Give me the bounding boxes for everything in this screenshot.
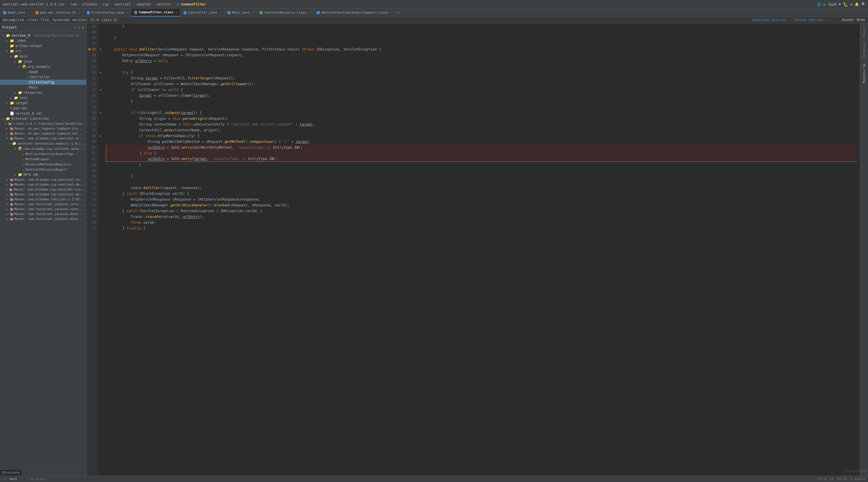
choose-sources-link[interactable]: Choose Sources... — [794, 18, 830, 22]
tab-label-sentinelresource: SentinelResource.class — [264, 11, 306, 14]
tree-item-anno-pkg[interactable]: ▼ 📦 com.alibaba.csp.sentinel.anno... — [0, 146, 86, 151]
code-content[interactable]: 44 45 46 47 48 49 50 51 52 53 54 55 56 5… — [87, 23, 860, 476]
tree-item-fastjson[interactable]: ▶ 📚 Maven: com.alibaba.fastjson:1.2.83..… — [0, 197, 86, 202]
folder-icon: 📁 — [18, 60, 22, 64]
bc-csp[interactable]: csp — [102, 2, 109, 6]
tree-item-abstractsentinel[interactable]: ☕ AbstractSentinelAspectSup... — [0, 151, 86, 156]
right-tab-database[interactable]: Database — [861, 40, 867, 60]
tab-close-pom[interactable]: ✕ — [79, 11, 80, 14]
tab-filterconfig[interactable]: FilterConfig.java ✕ — [84, 9, 131, 17]
debug-icon[interactable]: 🐛 — [843, 2, 848, 7]
tab-close-controller[interactable]: ✕ — [219, 11, 221, 14]
tree-item-main-class[interactable]: ☕ Main — [0, 85, 86, 90]
tree-item-arthas[interactable]: 📁 arthas-output — [0, 43, 86, 49]
status-line-ending[interactable]: LF — [830, 477, 834, 481]
tree-item-logback-cla[interactable]: ▶ 📚 Maven: ch.qos.logback:logback-cla... — [0, 126, 86, 131]
tree-item-pomxml[interactable]: m pom.xml — [0, 106, 86, 111]
status-spaces[interactable]: 4 spaces — [850, 477, 866, 481]
tree-item-sentinel-da[interactable]: ▶ 📚 Maven: com.alibaba.csp:sentinel-da..… — [0, 182, 86, 187]
status-line-col[interactable]: 65:44 — [837, 477, 847, 481]
git-branch-label[interactable]: main — [9, 477, 17, 481]
download-sources-link[interactable]: Download Sources — [752, 18, 786, 22]
tree-label: version_8 — [11, 33, 30, 37]
bc-alibaba[interactable]: alibaba — [82, 2, 97, 6]
fold-icon-46[interactable]: ─ — [100, 36, 101, 39]
tab-pom[interactable]: pom.xml (version_8) ✕ — [32, 9, 84, 17]
structure-tab[interactable]: Structure — [0, 470, 22, 476]
tab-close-filterconfig[interactable]: ✕ — [126, 11, 128, 14]
app8-label[interactable]: App8 ▼ — [828, 2, 841, 6]
tree-item-methodwrapper[interactable]: ☕ MethodWrapper — [0, 156, 86, 162]
sidebar-icon-locate[interactable]: ⊙ — [73, 25, 76, 30]
tree-item-main[interactable]: ▼ 📁 main — [0, 54, 86, 59]
tab-abstractsentinel[interactable]: AbstractSentinelAspectSupport.class ✕ — [314, 9, 396, 17]
fold-icon-55[interactable]: ▼ — [100, 88, 101, 92]
reader-mode-btn[interactable]: Reader Mode — [842, 18, 865, 22]
bc-servlet[interactable]: servlet — [156, 2, 171, 6]
tree-item-metainf[interactable]: ▶ 📁 META-INF — [0, 172, 86, 177]
bc-adapter[interactable]: adapter — [136, 2, 151, 6]
fold-icon-57[interactable]: ─ — [100, 100, 101, 103]
code-line-64: String pathWithHttpMethod = sRequest.get… — [106, 139, 857, 144]
tree-item-resourcemetadata[interactable]: ☕ ResourceMetadataRegistry — [0, 162, 86, 167]
tree-item-filterconfig[interactable]: ☕ FilterConfig — [0, 80, 86, 85]
tree-item-extlibs[interactable]: ▼ 📁 External Libraries — [0, 116, 86, 121]
tab-close-abstractsentinel[interactable]: ✕ — [391, 11, 393, 14]
sidebar-icon-settings[interactable]: ⚙ — [82, 25, 84, 30]
tab-controller[interactable]: Controller.java ✕ — [181, 9, 224, 17]
bc-com[interactable]: com — [70, 2, 77, 6]
run-icon[interactable]: ▶ — [824, 2, 826, 7]
fold-icon-63[interactable]: ▼ — [100, 134, 101, 138]
tree-item-java[interactable]: ▼ 📁 java — [0, 59, 86, 64]
tab-sentinelresource[interactable]: SentinelResource.class ✕ — [256, 9, 314, 17]
tree-item-idea[interactable]: ▶ 📁 .idea — [0, 38, 86, 43]
bc-sentinel[interactable]: sentinel — [114, 2, 131, 6]
tree-item-sentinel-we[interactable]: ▶ 📚 Maven: com.alibaba.csp:sentinel-we..… — [0, 192, 86, 197]
tree-item-controller[interactable]: ☕ Controller — [0, 74, 86, 80]
tab-close-sentinelresource[interactable]: ✕ — [309, 11, 310, 14]
tree-item-logback-cor[interactable]: ▶ 📚 Maven: ch.qos.logback:logback-cor... — [0, 131, 86, 136]
tree-label: resources — [23, 91, 42, 95]
tab-close-commonfilter[interactable]: ✕ — [176, 11, 177, 14]
tab-main[interactable]: Main.java ✕ — [224, 9, 257, 17]
tab-app8[interactable]: App8.java ✕ — [0, 9, 32, 17]
fold-icon-68[interactable]: ─ — [100, 163, 101, 166]
tab-close-app8[interactable]: ✕ — [27, 11, 29, 14]
tree-item-app8[interactable]: ☕ App8 — [0, 69, 86, 74]
fold-icon-52[interactable]: ▼ — [100, 71, 101, 74]
tree-item-org-example[interactable]: ▼ 📦 org.example — [0, 64, 86, 69]
tree-item-sentinel-annotation[interactable]: ▼ 📁 sentinel-annotation-aspectj-1.8.(... — [0, 141, 86, 146]
tree-item-jackson-core1[interactable]: ▶ 📚 Maven: com.fasterxml.jackson.core:..… — [0, 202, 86, 207]
fold-icon-59[interactable]: ▼ — [100, 111, 101, 115]
folder-icon: 📁 — [10, 39, 14, 43]
tree-item-sentinel-ar[interactable]: ▼ 📚 Maven: com.alibaba.csp:sentinel-ar..… — [0, 136, 86, 141]
settings-icon[interactable]: ⚙ — [850, 2, 852, 6]
tree-item-azul[interactable]: ▶ 📚 < azul-1.8 > /Library/Java/JavaVirtu… — [0, 121, 86, 126]
right-tab-maven[interactable]: Maven — [861, 25, 867, 39]
tree-item-resources[interactable]: ▶ 📁 resources — [0, 90, 86, 95]
tree-item-version8[interactable]: ▼ 📁 version_8 ~/Desktop/MyTestCode/ve — [0, 33, 86, 38]
notification-icon[interactable]: 🔔 — [855, 2, 859, 6]
tree-item-sentinel-co[interactable]: ▶ 📚 Maven: com.alibaba.csp:sentinel-co..… — [0, 177, 86, 182]
tree-item-jackson-core2[interactable]: ▶ 📚 Maven: com.fasterxml.jackson.core:..… — [0, 207, 86, 212]
lib-icon: 📚 — [10, 127, 13, 130]
tree-item-jackson-data2[interactable]: ▶ 📚 Maven: com.fasterxml.jackson.data... — [0, 217, 86, 221]
tree-item-target[interactable]: ▶ 📁 target — [0, 100, 86, 106]
fold-icon-48[interactable]: ▼ — [100, 48, 101, 51]
tree-item-jackson-data1[interactable]: ▶ 📚 Maven: com.fasterxml.jackson.data... — [0, 212, 86, 217]
tab-close-main[interactable]: ✕ — [251, 11, 253, 14]
search-icon[interactable]: 🔍 — [861, 2, 866, 6]
user-icon[interactable]: 👤 — [817, 2, 821, 6]
tree-label: .idea — [15, 39, 26, 43]
line-num-71: 71 — [89, 179, 96, 185]
tree-item-test[interactable]: ▶ 📁 test — [0, 95, 86, 100]
tab-commonfilter[interactable]: CommonFilter.class ✕ — [131, 9, 181, 17]
status-encoding[interactable]: UTF-8 — [817, 477, 827, 481]
tab-chevron[interactable]: ▼ — [396, 9, 401, 17]
tree-item-iml[interactable]: 📄 version_8.iml — [0, 111, 86, 116]
sidebar-icon-collapse[interactable]: ≡ — [78, 25, 80, 30]
tree-item-src[interactable]: ▼ 📁 src — [0, 49, 86, 54]
tree-item-sentinelresourceaspect[interactable]: ☕ SentinelResourceAspect — [0, 167, 86, 172]
right-tab-mybatis[interactable]: Mybatis Sq — [861, 62, 867, 85]
tree-item-sentinel-tra[interactable]: ▶ 📚 Maven: com.alibaba.csp:sentinel-tra.… — [0, 187, 86, 192]
